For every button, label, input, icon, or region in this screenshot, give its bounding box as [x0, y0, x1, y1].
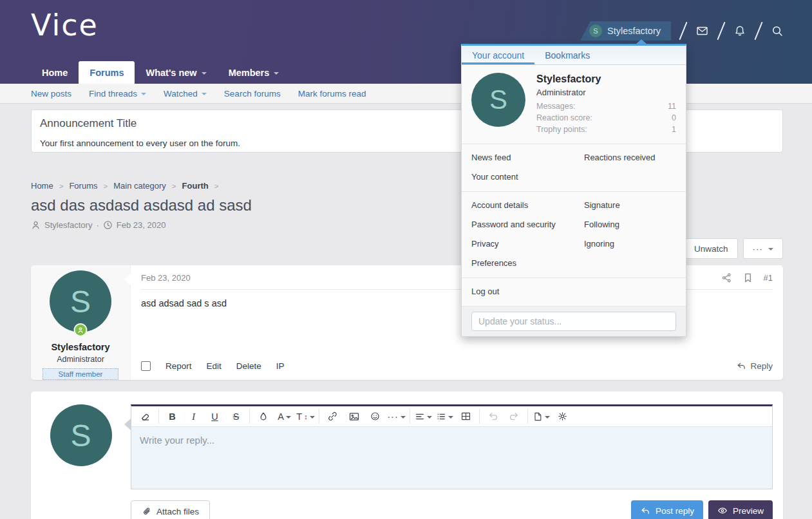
- breadcrumb-home[interactable]: Home: [31, 181, 53, 191]
- report-link[interactable]: Report: [165, 361, 192, 371]
- avatar[interactable]: S: [50, 404, 112, 466]
- menu-your-content[interactable]: Your content: [471, 172, 584, 182]
- separator: [717, 22, 725, 41]
- account-stats: Messages: 11 Reaction score: 0 Trophy po…: [536, 100, 676, 135]
- breadcrumb-separator: >: [214, 182, 219, 190]
- account-name[interactable]: Stylesfactory: [536, 73, 676, 85]
- reply-textarea[interactable]: Write your reply...: [131, 427, 772, 489]
- post-date-link[interactable]: Feb 23, 2020: [141, 273, 191, 283]
- reply-author-cell: S: [31, 404, 131, 519]
- tab-your-account[interactable]: Your account: [462, 46, 534, 64]
- account-menu-group-2: Account details Signature Password and s…: [462, 192, 686, 278]
- insert-link-button[interactable]: [322, 408, 343, 424]
- insert-image-button[interactable]: [343, 408, 364, 424]
- breadcrumb-main-category[interactable]: Main category: [113, 181, 166, 191]
- alignment-button[interactable]: [413, 408, 434, 424]
- staff-member-badge: Staff member: [42, 368, 118, 380]
- stat-reaction-score: Reaction score: 0: [536, 112, 676, 124]
- subnav-label: New posts: [31, 89, 71, 99]
- stat-messages: Messages: 11: [536, 100, 676, 112]
- menu-log-out[interactable]: Log out: [471, 287, 584, 296]
- nav-item-members[interactable]: Members: [218, 61, 290, 84]
- breadcrumb-fourth[interactable]: Fourth: [182, 181, 209, 191]
- unwatch-button[interactable]: Unwatch: [685, 238, 738, 259]
- menu-account-details[interactable]: Account details: [471, 200, 584, 210]
- list-button[interactable]: [434, 408, 455, 424]
- menu-ignoring[interactable]: Ignoring: [584, 239, 614, 249]
- account-menu-trigger[interactable]: S Stylesfactory: [580, 21, 671, 41]
- menu-password-and-security[interactable]: Password and security: [471, 220, 584, 229]
- more-formatting-button[interactable]: ···: [386, 408, 407, 424]
- smilies-button[interactable]: [364, 408, 386, 424]
- thread-author-link[interactable]: Stylesfactory: [44, 220, 92, 230]
- post-author-name[interactable]: Stylesfactory: [51, 342, 109, 352]
- post-reply-button[interactable]: Post reply: [631, 500, 703, 519]
- ip-link[interactable]: IP: [276, 361, 285, 371]
- underline-button[interactable]: U: [204, 408, 225, 424]
- link-icon: [327, 411, 338, 422]
- submit-buttons: Post reply Preview: [631, 500, 773, 519]
- nav-item-forums[interactable]: Forums: [79, 61, 135, 84]
- bookmark-icon[interactable]: [743, 272, 753, 283]
- breadcrumb-forums[interactable]: Forums: [69, 181, 97, 191]
- reply-editor-card: S B I U S A: [31, 392, 783, 519]
- editor-settings-button[interactable]: [552, 408, 573, 424]
- subnav-search-forums[interactable]: Search forums: [224, 89, 281, 99]
- toolbar-divider: [249, 409, 250, 424]
- redo-button[interactable]: [504, 408, 525, 424]
- inbox-button[interactable]: [695, 24, 709, 37]
- avatar-initial: S: [489, 84, 507, 115]
- site-logo[interactable]: Vice: [31, 8, 99, 42]
- edit-link[interactable]: Edit: [207, 361, 222, 371]
- thread-more-button[interactable]: ···: [743, 238, 784, 259]
- preview-button[interactable]: Preview: [708, 500, 773, 519]
- remove-formatting-button[interactable]: [135, 408, 156, 424]
- thread-date-link[interactable]: Feb 23, 2020: [117, 220, 166, 230]
- avatar[interactable]: S: [50, 270, 111, 332]
- bold-button[interactable]: B: [162, 408, 183, 424]
- post-footer: Report Edit Delete IP Reply: [131, 361, 783, 380]
- subnav-watched[interactable]: Watched: [164, 89, 207, 99]
- italic-button[interactable]: I: [183, 408, 204, 424]
- reply-link[interactable]: Reply: [736, 361, 773, 371]
- status-input[interactable]: [471, 312, 676, 331]
- undo-button[interactable]: [482, 408, 504, 424]
- select-post-checkbox[interactable]: [141, 361, 151, 371]
- menu-signature[interactable]: Signature: [584, 200, 620, 210]
- menu-row: News feed Reactions received: [462, 148, 686, 167]
- attach-files-button[interactable]: Attach files: [131, 500, 210, 519]
- account-profile: S Stylesfactory Administrator Messages: …: [462, 65, 686, 144]
- menu-preferences[interactable]: Preferences: [471, 258, 584, 268]
- ellipsis-icon: ···: [753, 244, 764, 254]
- share-icon[interactable]: [721, 272, 732, 283]
- toolbar-divider: [410, 409, 410, 424]
- delete-link[interactable]: Delete: [236, 361, 261, 371]
- text-color-button[interactable]: [252, 408, 274, 424]
- stat-label: Messages:: [536, 100, 575, 112]
- menu-news-feed[interactable]: News feed: [471, 153, 584, 162]
- subnav-mark-forums-read[interactable]: Mark forums read: [298, 89, 366, 99]
- post-number-link[interactable]: #1: [764, 273, 773, 283]
- tab-bookmarks[interactable]: Bookmarks: [534, 46, 600, 64]
- stat-label: Trophy points:: [536, 124, 587, 135]
- nav-item-home[interactable]: Home: [31, 61, 79, 84]
- caret-down-icon: [768, 248, 773, 250]
- subnav-find-threads[interactable]: Find threads: [89, 89, 146, 99]
- reply-icon: [640, 506, 650, 516]
- alerts-button[interactable]: [733, 24, 746, 37]
- insert-table-button[interactable]: [455, 408, 477, 424]
- strikethrough-button[interactable]: S: [225, 408, 247, 424]
- search-button[interactable]: [771, 24, 784, 37]
- avatar[interactable]: S: [471, 73, 525, 127]
- menu-privacy[interactable]: Privacy: [471, 239, 584, 249]
- caret-down-icon: [310, 416, 315, 419]
- menu-following[interactable]: Following: [584, 220, 619, 229]
- font-family-button[interactable]: A: [274, 408, 295, 424]
- font-size-button[interactable]: T ↕: [295, 408, 316, 424]
- nav-item-whats-new[interactable]: What's new: [135, 61, 217, 84]
- envelope-icon: [695, 24, 709, 37]
- drafts-button[interactable]: [531, 408, 552, 424]
- subnav-new-posts[interactable]: New posts: [31, 89, 71, 99]
- menu-reactions-received[interactable]: Reactions received: [584, 153, 656, 162]
- menu-row: Preferences: [462, 254, 686, 273]
